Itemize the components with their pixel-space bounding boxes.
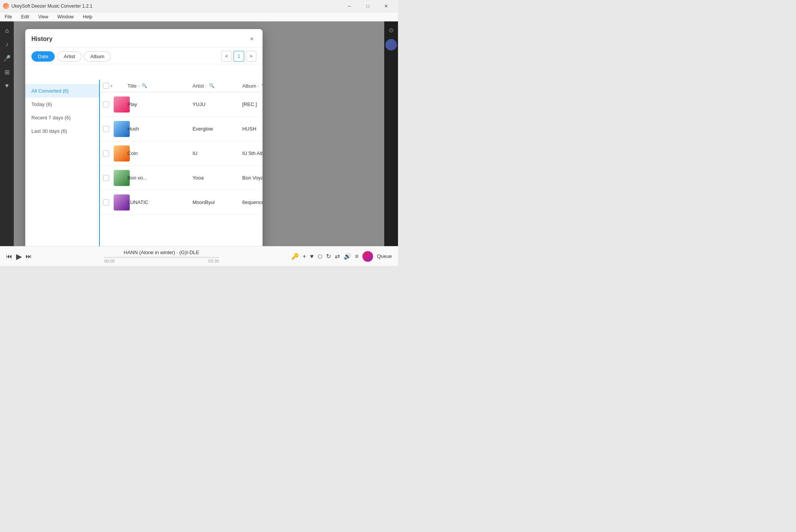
sidebar-item-mic[interactable]: 🎤 <box>1 52 13 64</box>
close-button[interactable]: ✕ <box>377 0 395 12</box>
track-time-start: 00:00 <box>104 259 115 263</box>
track-time-end: 03:39 <box>208 259 219 263</box>
track-info: HANN (Alone in winter) · (G)I-DLE 00:00 … <box>36 250 287 263</box>
filter-date-button[interactable]: Date <box>31 51 55 62</box>
app-icon <box>3 3 9 9</box>
row-album-2: IU 5th Album 'LI... <box>242 150 263 156</box>
dialog-header: History × <box>25 29 263 48</box>
row-checkbox-4[interactable] <box>103 199 109 206</box>
app-plus-button[interactable]: + <box>303 253 306 260</box>
filter-artist-button[interactable]: Artist <box>57 51 82 62</box>
app-repeat-button[interactable]: ↻ <box>326 253 331 260</box>
title-search-icon[interactable]: 🔍 <box>142 83 147 88</box>
time-labels: 00:00 03:39 <box>104 259 219 263</box>
app-player-bar: ⏮ ▶ ⏭ HANN (Alone in winter) · (G)I-DLE … <box>0 246 398 266</box>
queue-avatar <box>362 251 373 262</box>
album-search-icon[interactable]: 🔍 <box>261 83 263 88</box>
app-shuffle-button[interactable]: ⇄ <box>335 253 340 260</box>
queue-label: Queue <box>377 253 392 259</box>
row-artist-4: MoonByul <box>192 199 242 205</box>
row-artist-3: Yooa <box>192 175 242 181</box>
sidebar: ⌂ ♪ 🎤 ⊞ ♥ <box>0 21 14 246</box>
nav-item-all-converted[interactable]: All Converted (6) <box>25 84 99 98</box>
row-title-3: Bon vo... <box>127 175 192 181</box>
table-section: ▾ Title ↕ 🔍 Artist ↕ 🔍 <box>100 80 263 246</box>
app-volume-button[interactable]: 🔊 <box>344 253 351 260</box>
menu-bar: File Edit View Window Help <box>0 12 398 21</box>
filter-pagination-row: Date Artist Album < 1 > <box>25 48 263 64</box>
table-row: Coin IU IU 5th Album 'LI... 00:03:13 ▶ 📁… <box>100 141 263 166</box>
artist-search-icon[interactable]: 🔍 <box>209 83 215 88</box>
app-play-button[interactable]: ▶ <box>16 252 22 261</box>
menu-file[interactable]: File <box>3 13 13 20</box>
app-right-controls: 🔑 + ♥ ⬡ ↻ ⇄ 🔊 ≡ Queue <box>291 251 392 262</box>
page-current-button[interactable]: 1 <box>233 51 244 62</box>
table-row: LUNATIC MoonByul 6equence 00:03:25 ▶ 📁 🗑 <box>100 190 263 215</box>
page-next-button[interactable]: > <box>246 51 256 62</box>
app-body: ⌂ ♪ 🎤 ⊞ ♥ ⚙ History × Date Artist <box>0 21 398 246</box>
menu-help[interactable]: Help <box>82 13 94 20</box>
header-chevron-icon: ▾ <box>111 84 113 88</box>
row-album-0: [REC.] <box>242 101 263 107</box>
table-body: Play YUJU [REC.] 00:03:21 ▶ 📁 🗑 <box>100 92 263 246</box>
app-equalizer-button[interactable]: ≡ <box>355 253 359 260</box>
row-checkbox-3[interactable] <box>103 175 109 181</box>
app-heart-button[interactable]: ♥ <box>310 253 314 260</box>
row-album-1: HUSH <box>242 126 263 132</box>
sidebar-item-home[interactable]: ⌂ <box>1 24 13 37</box>
row-title-1: Hush <box>127 126 192 132</box>
app-cast-button[interactable]: ⬡ <box>318 253 322 259</box>
select-all-checkbox[interactable] <box>103 83 109 89</box>
app-title: UkeySoft Deezer Music Converter 1.2.1 <box>11 3 341 9</box>
dialog-title: History <box>31 36 52 42</box>
history-dialog: History × Date Artist Album < 1 > <box>25 29 263 246</box>
minimize-button[interactable]: ─ <box>341 0 358 12</box>
table-row: Play YUJU [REC.] 00:03:21 ▶ 📁 🗑 <box>100 92 263 117</box>
column-header-title: Title ↕ 🔍 <box>127 83 192 89</box>
sidebar-item-grid[interactable]: ⊞ <box>1 66 13 78</box>
history-nav: All Converted (6) Today (6) Recent 7 day… <box>25 80 100 246</box>
nav-item-last-30[interactable]: Last 30 days (6) <box>25 124 99 138</box>
filter-tabs: Date Artist Album <box>31 51 111 62</box>
row-checkbox-1[interactable] <box>103 126 109 132</box>
album-sort-icon[interactable]: ↕ <box>258 84 259 88</box>
nav-item-today[interactable]: Today (6) <box>25 98 99 111</box>
column-header-artist: Artist ↕ 🔍 <box>192 83 242 89</box>
nav-item-recent-7[interactable]: Recent 7 days (6) <box>25 111 99 124</box>
row-title-4: LUNATIC <box>127 199 192 205</box>
row-artist-0: YUJU <box>192 101 242 107</box>
row-artist-2: IU <box>192 150 242 156</box>
table-row: Hush Everglow HUSH 00:02:44 ▶ 📁 🗑 <box>100 117 263 141</box>
progress-bar[interactable] <box>104 257 219 258</box>
app-key-button[interactable]: 🔑 <box>291 253 299 260</box>
menu-view[interactable]: View <box>37 13 50 20</box>
menu-window[interactable]: Window <box>56 13 75 20</box>
title-bar: UkeySoft Deezer Music Converter 1.2.1 ─ … <box>0 0 398 12</box>
app-skip-next-button[interactable]: ⏭ <box>26 253 32 260</box>
track-name: HANN (Alone in winter) · (G)I-DLE <box>124 250 199 255</box>
artist-sort-icon[interactable]: ↕ <box>205 84 207 88</box>
menu-edit[interactable]: Edit <box>20 13 31 20</box>
header-checkbox-area: ▾ <box>103 83 114 89</box>
app-skip-prev-button[interactable]: ⏮ <box>6 253 12 260</box>
filter-album-button[interactable]: Album <box>84 51 111 62</box>
dialog-body: All Converted (6) Today (6) Recent 7 day… <box>25 64 263 246</box>
queue-button[interactable]: Queue <box>377 253 392 259</box>
dialog-close-button[interactable]: × <box>247 34 256 44</box>
row-title-2: Coin <box>127 150 192 156</box>
main-area: ⚙ History × Date Artist Album < 1 <box>14 21 398 246</box>
row-album-4: 6equence <box>242 199 263 205</box>
maximize-button[interactable]: □ <box>359 0 377 12</box>
title-sort-icon[interactable]: ↕ <box>138 84 140 88</box>
app-player-controls: ⏮ ▶ ⏭ <box>6 252 32 261</box>
row-title-0: Play <box>127 101 192 107</box>
sidebar-item-favorites[interactable]: ♥ <box>1 80 13 92</box>
pagination: < 1 > <box>221 51 256 62</box>
row-checkbox-2[interactable] <box>103 150 109 157</box>
row-checkbox-0[interactable] <box>103 101 109 108</box>
table-header: ▾ Title ↕ 🔍 Artist ↕ 🔍 <box>100 80 263 92</box>
column-header-album: Album ↕ 🔍 <box>242 83 263 89</box>
page-prev-button[interactable]: < <box>221 51 232 62</box>
sidebar-item-music[interactable]: ♪ <box>1 38 13 51</box>
window-controls: ─ □ ✕ <box>341 0 395 12</box>
